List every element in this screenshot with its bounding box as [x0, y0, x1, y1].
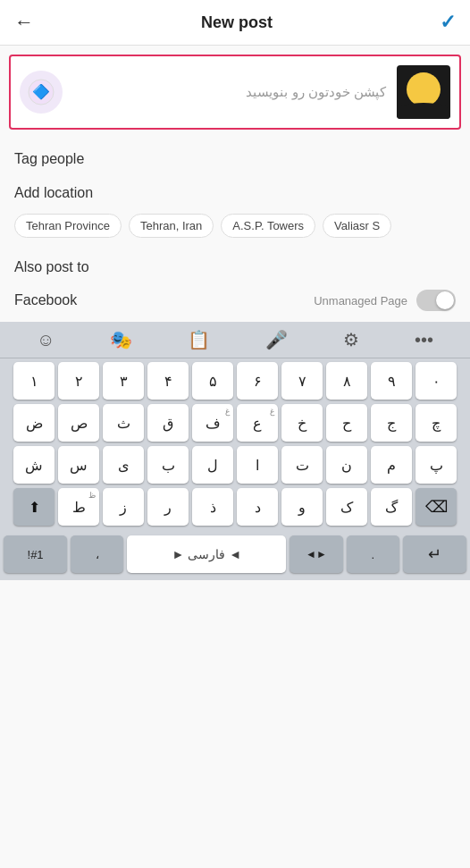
location-tags-container: Tehran Province Tehran, Iran A.S.P. Towe… [0, 206, 470, 247]
location-tag-tehran-iran[interactable]: Tehran, Iran [129, 214, 214, 238]
return-key[interactable]: ↵ [403, 535, 466, 573]
key-vav[interactable]: و [281, 488, 323, 526]
key-nun[interactable]: ن [326, 446, 367, 484]
key-be[interactable]: ب [147, 446, 189, 484]
comma-key[interactable]: ، [71, 535, 123, 573]
key-zal[interactable]: ذ [192, 488, 233, 526]
space-key[interactable]: ◄ فارسی ► [127, 535, 286, 573]
key-5[interactable]: ۵ [192, 362, 233, 400]
key-sad[interactable]: ص [58, 404, 99, 442]
unmanaged-page-row: Unmanaged Page [314, 290, 456, 311]
toggle-knob [436, 291, 454, 309]
key-te[interactable]: ت [281, 446, 323, 484]
keyboard: ☺ 🎭 📋 🎤 ⚙ ••• ۱ ۲ ۳ ۴ ۵ ۶ ۷ ۸ ۹ ۰ ض ص ث … [0, 322, 470, 580]
key-7[interactable]: ۷ [281, 362, 323, 400]
keyboard-keys: ۱ ۲ ۳ ۴ ۵ ۶ ۷ ۸ ۹ ۰ ض ص ث ق فغ عغ خ ح ج … [0, 358, 470, 532]
avatar: 🔷 [20, 71, 63, 114]
svg-text:🔷: 🔷 [32, 83, 50, 100]
key-0[interactable]: ۰ [415, 362, 457, 400]
key-jim[interactable]: ج [371, 404, 412, 442]
key-9[interactable]: ۹ [371, 362, 412, 400]
tag-people-label[interactable]: Tag people [0, 139, 470, 173]
shift-key[interactable]: ⬆ [13, 488, 55, 526]
key-8[interactable]: ۸ [326, 362, 367, 400]
more-button[interactable]: ••• [415, 330, 433, 350]
key-che[interactable]: چ [415, 404, 457, 442]
arrow-key[interactable]: ◄► [290, 535, 342, 573]
dot-key[interactable]: . [347, 535, 399, 573]
key-the[interactable]: ث [103, 404, 144, 442]
confirm-button[interactable]: ✓ [440, 11, 456, 34]
unmanaged-page-text: Unmanaged Page [314, 294, 407, 308]
key-3[interactable]: ۳ [103, 362, 144, 400]
key-kaf[interactable]: ک [326, 488, 367, 526]
facebook-label: Facebook [14, 292, 77, 308]
key-sin[interactable]: س [58, 446, 99, 484]
key-6[interactable]: ۶ [237, 362, 278, 400]
also-post-to-label: Also post to [0, 247, 470, 281]
key-fe[interactable]: فغ [192, 404, 233, 442]
location-tag-valiasr[interactable]: Valiasr S [323, 214, 391, 238]
header: ← New post ✓ [0, 0, 470, 46]
caption-input[interactable]: کپشن خودتون رو بنویسید [63, 84, 397, 100]
key-ta[interactable]: طظ [58, 488, 99, 526]
key-2[interactable]: ۲ [58, 362, 99, 400]
sticker-button[interactable]: 🎭 [110, 329, 132, 350]
key-qaf[interactable]: ق [147, 404, 189, 442]
key-ain[interactable]: عغ [237, 404, 278, 442]
row-2: ض ص ث ق فغ عغ خ ح ج چ [4, 404, 466, 442]
post-image-thumbnail [397, 65, 450, 119]
page-title: New post [201, 13, 273, 32]
facebook-row: Facebook Unmanaged Page [0, 281, 470, 322]
post-preview: 🔷 کپشن خودتون رو بنویسید [9, 55, 461, 130]
back-button[interactable]: ← [14, 11, 34, 34]
location-tag-tehran-province[interactable]: Tehran Province [14, 214, 122, 238]
key-shin[interactable]: ش [13, 446, 55, 484]
backspace-key[interactable]: ⌫ [415, 488, 457, 526]
key-gaf[interactable]: گ [371, 488, 412, 526]
key-dal[interactable]: د [237, 488, 278, 526]
key-ye[interactable]: ی [103, 446, 144, 484]
number-row: ۱ ۲ ۳ ۴ ۵ ۶ ۷ ۸ ۹ ۰ [4, 362, 466, 400]
key-ze[interactable]: ز [103, 488, 144, 526]
add-location-label[interactable]: Add location [0, 173, 470, 206]
key-mim[interactable]: م [371, 446, 412, 484]
key-zad[interactable]: ض [13, 404, 55, 442]
key-re[interactable]: ر [147, 488, 189, 526]
location-tag-asp-towers[interactable]: A.S.P. Towers [221, 214, 315, 238]
key-xhe[interactable]: خ [281, 404, 323, 442]
row-4: ⬆ طظ ز ر ذ د و ک گ ⌫ [4, 488, 466, 526]
key-1[interactable]: ۱ [13, 362, 55, 400]
clipboard-button[interactable]: 📋 [188, 329, 210, 350]
mic-button[interactable]: 🎤 [265, 329, 288, 350]
facebook-toggle[interactable] [416, 290, 456, 311]
keyboard-bottom-row: !#1 ، ◄ فارسی ► ◄► . ↵ [0, 532, 470, 580]
settings-button[interactable]: ⚙ [343, 329, 359, 350]
key-alef[interactable]: ا [237, 446, 278, 484]
key-lam[interactable]: ل [192, 446, 233, 484]
row-3: ش س ی ب ل ا ت ن م پ [4, 446, 466, 484]
keyboard-toolbar: ☺ 🎭 📋 🎤 ⚙ ••• [0, 322, 470, 358]
key-he[interactable]: ح [326, 404, 367, 442]
emoji-button[interactable]: ☺ [37, 330, 55, 350]
key-pe[interactable]: پ [415, 446, 457, 484]
key-4[interactable]: ۴ [147, 362, 189, 400]
special-chars-key[interactable]: !#1 [4, 535, 67, 573]
